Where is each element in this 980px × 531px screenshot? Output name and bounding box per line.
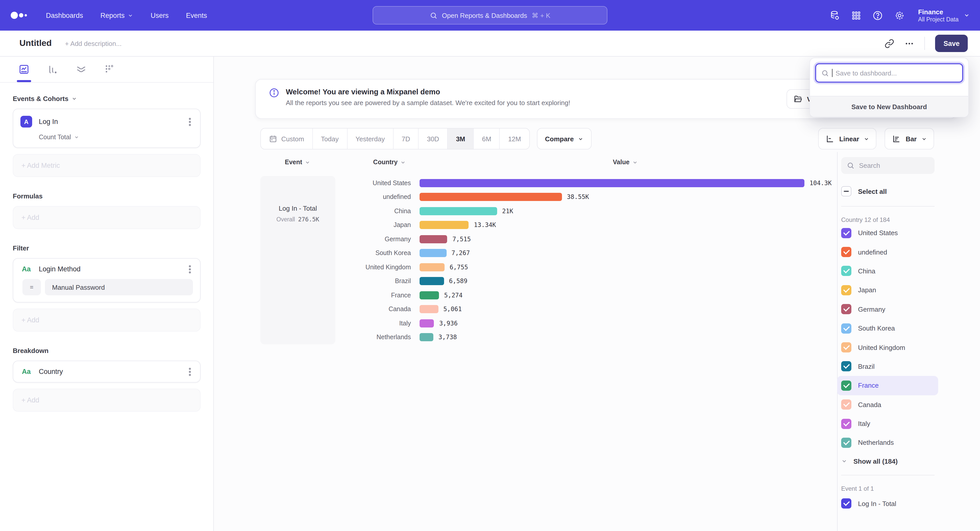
country-checkbox[interactable]	[841, 361, 851, 372]
bar[interactable]	[420, 193, 562, 201]
mixpanel-logo-icon[interactable]	[10, 9, 29, 21]
tab-funnels-icon[interactable]	[47, 57, 58, 82]
country-checkbox[interactable]	[841, 266, 851, 276]
metric-card-log-in[interactable]: A Log In Count Total	[13, 109, 200, 148]
filter-property-name[interactable]: Login Method	[39, 265, 81, 273]
country-row-united-kingdom[interactable]: United Kingdom	[841, 338, 938, 357]
nav-item-dashboards[interactable]: Dashboards	[46, 11, 83, 19]
range-7d[interactable]: 7D	[393, 128, 418, 149]
country-row-japan[interactable]: Japan	[841, 281, 938, 300]
country-checkbox[interactable]	[841, 323, 851, 333]
bar[interactable]	[420, 221, 469, 229]
filter-kebab-icon[interactable]	[189, 268, 191, 270]
tab-insights-icon[interactable]	[18, 57, 30, 82]
bar[interactable]	[420, 277, 444, 285]
range-12m[interactable]: 12M	[500, 128, 529, 149]
metric-kebab-icon[interactable]	[189, 120, 191, 123]
report-title[interactable]: Untitled	[19, 38, 52, 48]
events-section-heading[interactable]: Events & Cohorts	[13, 95, 200, 103]
metric-name[interactable]: Log In	[39, 118, 58, 125]
more-options-icon[interactable]	[905, 38, 915, 48]
country-checkbox[interactable]	[841, 418, 851, 429]
country-row-brazil[interactable]: Brazil	[841, 357, 938, 376]
bar[interactable]	[420, 235, 447, 243]
range-yesterday[interactable]: Yesterday	[347, 128, 393, 149]
bar[interactable]	[420, 319, 434, 328]
bar-value-label: 3,936	[439, 320, 458, 327]
country-row-china[interactable]: China	[841, 262, 938, 281]
breakdown-property-name[interactable]: Country	[39, 368, 63, 376]
help-icon[interactable]	[872, 10, 883, 21]
global-search-button[interactable]: Open Reports & Dashboards ⌘ + K	[372, 6, 608, 24]
range-3m[interactable]: 3M	[447, 128, 473, 149]
add-metric-button[interactable]: + Add Metric	[13, 154, 200, 177]
range-custom[interactable]: Custom	[261, 128, 312, 149]
country-row-south-korea[interactable]: South Korea	[841, 319, 938, 338]
save-dashboard-search-input[interactable]: Save to dashboard...	[815, 63, 963, 82]
add-breakdown-button[interactable]: + Add	[13, 389, 200, 412]
nav-item-events[interactable]: Events	[186, 11, 207, 19]
event-checkbox[interactable]	[841, 499, 851, 509]
tab-retention-icon[interactable]	[104, 57, 115, 82]
range-30d[interactable]: 30D	[418, 128, 447, 149]
filter-card-login-method[interactable]: Aa Login Method = Manual Password	[13, 258, 200, 303]
scale-selector[interactable]: Linear	[818, 128, 877, 149]
country-checkbox[interactable]	[841, 304, 851, 314]
country-row-france[interactable]: France	[837, 376, 938, 395]
search-icon	[430, 11, 438, 19]
add-formula-button[interactable]: + Add	[13, 206, 200, 229]
breakdown-kebab-icon[interactable]	[189, 371, 191, 372]
bar[interactable]	[420, 291, 439, 300]
chart-type-selector[interactable]: Bar	[885, 128, 934, 149]
copy-link-icon[interactable]	[885, 38, 894, 48]
compare-button[interactable]: Compare	[537, 128, 592, 149]
bar-row: Germany 7,515	[335, 232, 832, 246]
country-checkbox[interactable]	[841, 342, 851, 352]
country-checkbox[interactable]	[841, 437, 851, 448]
range-today[interactable]: Today	[312, 128, 347, 149]
country-checkbox[interactable]	[841, 285, 851, 295]
country-row-germany[interactable]: Germany	[841, 300, 938, 319]
column-header-value[interactable]: Value	[613, 159, 638, 166]
breakdown-card-country[interactable]: Aa Country	[13, 361, 200, 382]
tab-flows-icon[interactable]	[76, 57, 87, 82]
filter-operator[interactable]: =	[22, 279, 41, 295]
chevron-down-icon	[964, 12, 970, 18]
country-row-undefined[interactable]: undefined	[841, 243, 938, 262]
bar[interactable]	[420, 179, 804, 187]
country-checkbox[interactable]	[841, 380, 851, 391]
gear-icon[interactable]	[894, 10, 905, 21]
nav-item-users[interactable]: Users	[151, 11, 169, 19]
project-switcher[interactable]: Finance All Project Data	[918, 8, 970, 23]
data-management-icon[interactable]	[829, 10, 840, 21]
country-row-italy[interactable]: Italy	[841, 414, 938, 433]
metric-aggregation[interactable]: Count Total	[39, 134, 193, 141]
bar[interactable]	[420, 305, 438, 314]
event-checkbox-row[interactable]: Log In - Total	[841, 494, 938, 513]
country-checkbox[interactable]	[841, 228, 851, 238]
event-cell[interactable]: Log In - Total Overall276.5K	[260, 176, 335, 344]
add-filter-button[interactable]: + Add	[13, 309, 200, 331]
add-description-field[interactable]: + Add description...	[65, 40, 122, 47]
bar[interactable]	[420, 207, 497, 215]
country-row-canada[interactable]: Canada	[841, 395, 938, 414]
column-header-country[interactable]: Country	[373, 159, 406, 166]
select-all-checkbox[interactable]	[841, 186, 851, 197]
bar[interactable]	[420, 333, 433, 341]
country-row-united-states[interactable]: United States	[841, 223, 938, 243]
filter-value[interactable]: Manual Password	[45, 279, 193, 295]
column-header-event[interactable]: Event	[285, 159, 310, 166]
app-grid-icon[interactable]	[851, 11, 861, 20]
country-row-netherlands[interactable]: Netherlands	[841, 433, 938, 452]
segment-search-input[interactable]: Search	[841, 157, 935, 174]
country-checkbox[interactable]	[841, 247, 851, 257]
select-all-row[interactable]: Select all	[841, 186, 938, 197]
nav-item-reports[interactable]: Reports	[100, 11, 134, 19]
bar[interactable]	[420, 249, 446, 257]
bar[interactable]	[420, 263, 445, 271]
show-all-button[interactable]: Show all (184)	[841, 457, 938, 465]
range-6m[interactable]: 6M	[473, 128, 500, 149]
save-to-new-dashboard-button[interactable]: Save to New Dashboard	[810, 96, 968, 117]
country-checkbox[interactable]	[841, 399, 851, 410]
save-button[interactable]: Save	[935, 35, 968, 52]
